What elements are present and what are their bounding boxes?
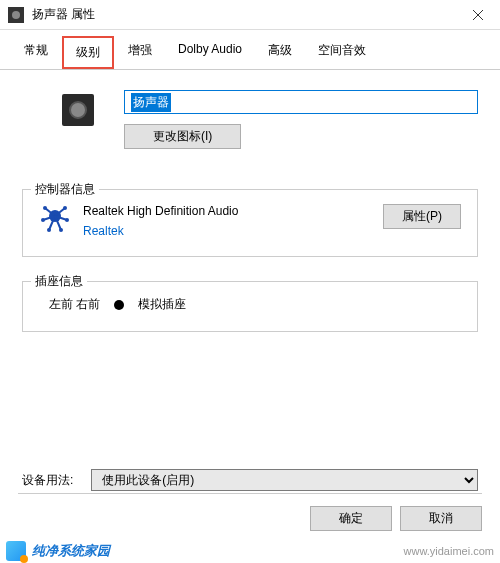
controller-vendor[interactable]: Realtek: [83, 224, 371, 238]
tab-general[interactable]: 常规: [12, 36, 60, 69]
tab-dolby[interactable]: Dolby Audio: [166, 36, 254, 69]
watermark-brand: 纯净系统家园: [32, 542, 110, 560]
svg-point-12: [65, 218, 69, 222]
controller-legend: 控制器信息: [31, 181, 99, 198]
jack-color-dot: [114, 300, 124, 310]
watermark-url: www.yidaimei.com: [404, 545, 494, 557]
dialog-buttons: 确定 取消: [18, 493, 482, 531]
device-controls: 扬声器 更改图标(I): [124, 90, 478, 149]
jack-type: 模拟插座: [138, 296, 186, 313]
close-button[interactable]: [455, 0, 500, 30]
jack-row: 左前 右前 模拟插座: [39, 296, 461, 313]
svg-point-11: [41, 218, 45, 222]
jack-location: 左前 右前: [49, 296, 100, 313]
window-title: 扬声器 属性: [32, 6, 455, 23]
svg-point-9: [43, 206, 47, 210]
watermark-left: 纯净系统家园: [6, 541, 110, 561]
device-name-input[interactable]: 扬声器: [124, 90, 478, 114]
tab-spatial[interactable]: 空间音效: [306, 36, 378, 69]
tab-enhance[interactable]: 增强: [116, 36, 164, 69]
usage-select[interactable]: 使用此设备(启用): [91, 469, 478, 491]
watermark: 纯净系统家园 www.yidaimei.com: [0, 541, 500, 561]
device-section: 扬声器 更改图标(I): [62, 90, 478, 149]
realtek-icon: [39, 204, 71, 232]
usage-label: 设备用法:: [22, 472, 73, 489]
titlebar: 扬声器 属性: [0, 0, 500, 30]
controller-fieldset: 控制器信息 Realtek High Definition Audio Real…: [22, 189, 478, 257]
controller-row: Realtek High Definition Audio Realtek 属性…: [39, 204, 461, 238]
controller-properties-button[interactable]: 属性(P): [383, 204, 461, 229]
svg-point-13: [47, 228, 51, 232]
device-name-value: 扬声器: [131, 93, 171, 112]
cancel-button[interactable]: 取消: [400, 506, 482, 531]
speaker-icon: [62, 94, 94, 126]
tab-advanced[interactable]: 高级: [256, 36, 304, 69]
jack-legend: 插座信息: [31, 273, 87, 290]
tab-bar: 常规 级别 增强 Dolby Audio 高级 空间音效: [0, 30, 500, 70]
svg-point-14: [59, 228, 63, 232]
speaker-window-icon: [8, 7, 24, 23]
tab-levels[interactable]: 级别: [62, 36, 114, 69]
close-icon: [473, 10, 483, 20]
usage-row: 设备用法: 使用此设备(启用): [22, 469, 478, 491]
jack-fieldset: 插座信息 左前 右前 模拟插座: [22, 281, 478, 332]
tab-content: 扬声器 更改图标(I) 控制器信息 Realtek High Definitio…: [0, 70, 500, 376]
svg-point-10: [63, 206, 67, 210]
watermark-logo-icon: [6, 541, 26, 561]
ok-button[interactable]: 确定: [310, 506, 392, 531]
controller-name: Realtek High Definition Audio: [83, 204, 371, 218]
controller-info: Realtek High Definition Audio Realtek: [83, 204, 371, 238]
change-icon-button[interactable]: 更改图标(I): [124, 124, 241, 149]
